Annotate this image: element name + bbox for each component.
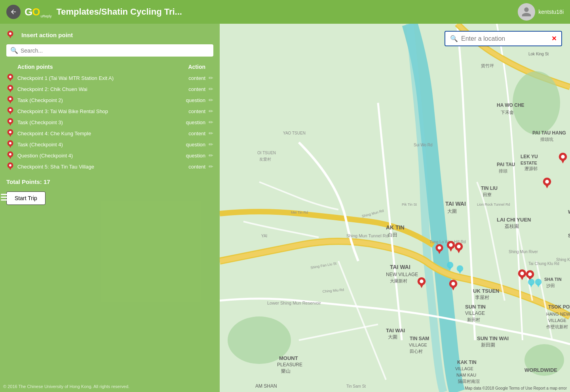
back-button[interactable] [6,5,21,19]
map-pin-teal-1[interactable] [446,261,454,271]
svg-text:WONG UK: WONG UK [568,209,570,215]
map-pin-teal-4[interactable] [535,278,542,288]
svg-point-10 [9,98,11,100]
map-pin-4a[interactable] [435,244,444,255]
row-name: Task (Checkpoint 3) [17,119,178,125]
total-points: Total Points: 17 [6,178,213,185]
edit-icon[interactable]: ✏ [209,163,213,170]
svg-point-4 [9,76,11,78]
svg-point-7 [9,87,11,89]
map-search-input[interactable] [461,35,548,42]
col-action-points: Action points [17,64,53,70]
svg-point-109 [561,155,564,159]
table-row: Question (Checkpoint 4) question ✏ [6,151,213,160]
svg-text:Mei Tin Rd: Mei Tin Rd [291,210,308,214]
table-header: Action points Action [6,62,213,73]
edit-icon[interactable]: ✏ [209,130,213,136]
svg-text:作壁坑新村: 作壁坑新村 [546,324,568,329]
svg-text:VILLAGE: VILLAGE [455,366,473,371]
svg-text:MOUNT: MOUNT [279,355,298,361]
svg-text:Tin Sam St: Tin Sam St [346,384,366,388]
svg-marker-11 [9,101,12,104]
svg-text:TAI WAI: TAI WAI [390,264,410,270]
svg-text:KAK TIN: KAK TIN [457,360,477,365]
svg-text:Tai Chung Klu Rd: Tai Chung Klu Rd [528,261,559,266]
row-name: Checkpoint 2: Chik Chuen Wai [17,86,178,92]
main-content: Insert action point 🔍 Action points Acti… [0,24,570,392]
svg-text:田心村: 田心村 [410,349,423,354]
row-type: content [178,131,205,136]
edit-icon[interactable]: ✏ [209,119,213,125]
logo-go: GO [25,6,40,18]
svg-marker-26 [9,156,12,159]
map-search-clear-button[interactable]: ✕ [551,35,557,42]
edit-icon[interactable]: ✏ [209,97,213,103]
map-pin-3b[interactable] [454,242,464,254]
row-type: question [178,119,205,125]
edit-icon[interactable]: ✏ [209,75,213,81]
svg-text:荔枝園: 荔枝園 [505,223,519,229]
edit-icon[interactable]: ✏ [209,152,213,159]
svg-text:大圍: 大圍 [447,208,457,214]
svg-marker-5 [9,79,12,82]
svg-marker-14 [9,112,12,115]
svg-text:Shing Mun Rd: Shing Mun Rd [361,209,384,218]
svg-text:HA WO CHE: HA WO CHE [497,102,524,108]
row-pin-icon [6,140,14,149]
map-pin-2[interactable] [542,177,552,189]
svg-text:ESTATE: ESTATE [521,161,537,165]
col-action: Action [188,64,205,70]
table-row: Checkpoint 2: Chik Chuen Wai content ✏ [6,84,213,94]
svg-point-112 [545,180,549,184]
svg-text:TIN SAM: TIN SAM [410,336,429,341]
table-row: Task (Checkpoint 4) question ✏ [6,140,213,149]
row-pin-icon [6,151,14,160]
svg-text:TSOK POK: TSOK POK [548,304,570,310]
username: kentstu18i [538,9,564,15]
map-pin-teal-3[interactable] [528,278,535,288]
row-type: content [178,86,205,92]
svg-text:SUN TIN: SUN TIN [465,304,486,310]
search-icon: 🔍 [10,47,18,54]
svg-point-123 [438,246,441,250]
svg-marker-130 [451,286,455,290]
map-search-bar: 🔍 ✕ [445,31,562,46]
edit-icon[interactable]: ✏ [209,86,213,92]
row-type: question [178,142,205,148]
svg-text:PAI TAU HANG: PAI TAU HANG [532,130,566,136]
search-input[interactable] [21,47,209,54]
hamburger-menu[interactable] [1,194,10,201]
edit-icon[interactable]: ✏ [209,108,213,114]
table-row: Checkpoint 4: Che Kung Temple content ✏ [6,129,213,138]
svg-text:YAI: YAI [261,234,267,238]
svg-point-32 [513,71,560,134]
svg-text:隔田村南滘: 隔田村南滘 [458,379,480,384]
svg-text:VILLAGE: VILLAGE [409,343,427,347]
svg-point-16 [9,120,11,122]
row-name: Task (Checkpoint 4) [17,142,178,148]
edit-icon[interactable]: ✏ [209,141,213,148]
map-pin-1[interactable] [558,152,568,164]
svg-marker-17 [9,123,12,126]
start-trip-button[interactable]: Start Trip [6,191,46,205]
table-row: Checkpoint 3: Tai Wai Bike Rental Shop c… [6,106,213,116]
svg-point-31 [228,316,291,364]
map-svg: 貨竹坪 Lok King St HA WO CHE 下禾畲 PAI TAU HA… [220,24,570,392]
row-pin-icon [6,73,14,83]
map-pin-5[interactable] [417,277,426,289]
map-pin-teal-2[interactable] [456,265,464,275]
svg-point-126 [420,280,423,283]
svg-point-19 [9,131,11,133]
svg-text:新田圍: 新田圍 [481,342,495,348]
map-pin-6[interactable] [448,279,458,291]
search-bar: 🔍 [6,44,213,57]
insert-label: Insert action point [21,32,73,38]
row-name: Checkpoint 5: Sha Tin Tau Village [17,164,178,170]
svg-marker-20 [9,134,12,137]
svg-text:AM SHAN: AM SHAN [255,383,277,389]
svg-marker-23 [9,145,12,148]
logo: GO uReply [25,6,51,18]
user-area: kentstu18i [518,3,564,21]
svg-point-115 [449,243,452,247]
header: GO uReply Templates/Shatin Cycling Tri..… [0,0,570,24]
